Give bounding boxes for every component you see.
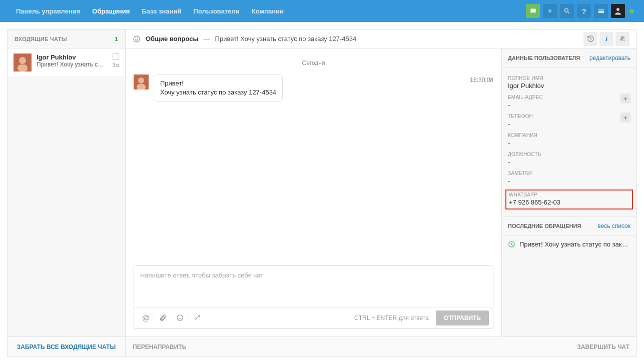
conversation-subject: Привет! Хочу узнать статус по заказу 127… xyxy=(215,35,357,42)
sidebar-title: ВХОДЯЩИЕ ЧАТЫ xyxy=(15,36,67,42)
chat-item-preview: Привет! Хочу узнать с… xyxy=(37,61,112,68)
field-position: ДОЛЖНОСТЬ - xyxy=(508,152,630,166)
whatsapp-icon xyxy=(508,240,515,248)
field-email: EMAIL-АДРЕС - + xyxy=(508,94,630,108)
puzzle-icon[interactable] xyxy=(615,32,629,46)
message-row: Привет! Хочу узнать статус по заказу 127… xyxy=(134,74,493,102)
svg-point-3 xyxy=(616,8,619,11)
history-icon[interactable] xyxy=(583,32,597,46)
field-label: EMAIL-АДРЕС xyxy=(508,94,620,100)
recent-tickets-header: ПОСЛЕДНИЕ ОБРАЩЕНИЯ весь список xyxy=(502,216,636,236)
nav-users[interactable]: Пользователи xyxy=(188,0,246,22)
add-email-button[interactable]: + xyxy=(620,94,630,104)
magic-icon[interactable] xyxy=(189,310,205,326)
field-company: КОМПАНИЯ - xyxy=(508,132,630,146)
conversation-panel: Общие вопросы — Привет! Хочу узнать стат… xyxy=(126,30,636,356)
field-label: ПОЛНОЕ ИМЯ xyxy=(508,76,630,81)
composer-hint: CTRL + ENTER для ответа xyxy=(354,314,429,322)
chat-item-name: Igor Pukhlov xyxy=(37,54,112,61)
field-value: - xyxy=(508,177,630,184)
field-fullname: ПОЛНОЕ ИМЯ Igor Pukhlov xyxy=(508,76,630,90)
attach-icon[interactable] xyxy=(155,310,171,326)
user-panel-header: ДАННЫЕ ПОЛЬЗОВАТЕЛЯ редактировать xyxy=(502,48,636,68)
add-icon[interactable] xyxy=(543,4,557,18)
recent-ticket-text: Привет! Хочу узнать статус по зака… xyxy=(519,240,630,248)
card-icon[interactable] xyxy=(594,4,608,18)
field-value: +7 926 865-62-03 xyxy=(509,198,629,206)
all-tickets-link[interactable]: весь список xyxy=(597,222,630,230)
svg-rect-10 xyxy=(137,84,146,90)
field-value: - xyxy=(508,120,620,128)
sidebar-count: 1 xyxy=(115,36,118,42)
forward-button[interactable]: ПЕРЕНАПРАВИТЬ xyxy=(133,344,186,350)
field-value: Igor Pukhlov xyxy=(508,82,630,90)
separator: — xyxy=(204,35,210,42)
mention-icon[interactable]: @ xyxy=(138,310,154,326)
edit-user-link[interactable]: редактировать xyxy=(589,54,630,62)
day-divider: Сегодня xyxy=(134,60,493,66)
top-nav: Панель управления Обращения База знаний … xyxy=(0,0,644,22)
chat-list-item[interactable]: Igor Pukhlov Привет! Хочу узнать с… 3м xyxy=(8,48,125,77)
recent-ticket-item[interactable]: Привет! Хочу узнать статус по зака… xyxy=(502,236,636,253)
message-time: 16:30:08 xyxy=(470,74,493,84)
recent-tickets-title: ПОСЛЕДНИЕ ОБРАЩЕНИЯ xyxy=(508,223,581,229)
message-avatar xyxy=(134,74,149,90)
message-line: Привет! xyxy=(160,79,276,88)
svg-point-5 xyxy=(19,57,26,64)
nav-dashboard[interactable]: Панель управления xyxy=(10,0,86,22)
sidebar-header: ВХОДЯЩИЕ ЧАТЫ 1 xyxy=(8,30,125,48)
user-panel: ДАННЫЕ ПОЛЬЗОВАТЕЛЯ редактировать ПОЛНОЕ… xyxy=(501,48,636,336)
field-label: ЗАМЕТКИ xyxy=(508,170,630,176)
nav-knowledge[interactable]: База знаний xyxy=(136,0,187,22)
svg-rect-6 xyxy=(18,64,28,72)
search-icon[interactable] xyxy=(560,4,574,18)
send-button[interactable]: ОТПРАВИТЬ xyxy=(436,310,489,326)
svg-rect-1 xyxy=(598,9,603,13)
user-avatar[interactable] xyxy=(611,4,625,18)
chat-avatar xyxy=(14,54,32,72)
composer: @ CTRL + ENTER для ответа xyxy=(134,265,493,328)
reply-input[interactable] xyxy=(134,266,493,306)
nav-tickets[interactable]: Обращения xyxy=(86,0,136,22)
chat-item-time: 3м xyxy=(112,62,119,68)
field-notes: ЗАМЕТКИ - xyxy=(508,170,630,184)
svg-point-7 xyxy=(134,36,140,42)
chat-item-checkbox[interactable] xyxy=(113,54,119,60)
svg-point-9 xyxy=(138,78,144,84)
svg-point-11 xyxy=(177,315,183,320)
field-value: - xyxy=(508,139,630,146)
presence-indicator xyxy=(629,9,634,14)
chats-sidebar: ВХОДЯЩИЕ ЧАТЫ 1 Igor Pukhlov Привет! Хоч… xyxy=(8,30,126,356)
chat-icon[interactable] xyxy=(526,4,540,18)
nav-companies[interactable]: Компании xyxy=(246,0,290,22)
field-phone: ТЕЛЕФОН - + xyxy=(508,114,630,128)
field-value: - xyxy=(508,158,630,166)
queue-name: Общие вопросы xyxy=(146,35,199,42)
field-whatsapp: WHATSAPP +7 926 865-62-03 xyxy=(505,190,633,210)
svg-point-0 xyxy=(564,8,568,12)
conversation-header: Общие вопросы — Привет! Хочу узнать стат… xyxy=(126,30,636,48)
field-value: - xyxy=(508,101,620,108)
take-all-chats-button[interactable]: ЗАБРАТЬ ВСЕ ВХОДЯЩИЕ ЧАТЫ xyxy=(8,336,125,356)
help-icon[interactable]: ? xyxy=(577,4,591,18)
field-label: ДОЛЖНОСТЬ xyxy=(508,152,630,157)
whatsapp-icon xyxy=(133,35,141,43)
field-label: ТЕЛЕФОН xyxy=(508,114,620,119)
message-thread: Сегодня Привет! Хочу узнать статус по за… xyxy=(126,48,501,336)
field-label: WHATSAPP xyxy=(509,192,629,198)
field-label: КОМПАНИЯ xyxy=(508,132,630,138)
message-line: Хочу узнать статус по заказу 127-4534 xyxy=(160,88,276,97)
svg-rect-2 xyxy=(598,10,603,10)
info-icon[interactable]: i xyxy=(599,32,613,46)
end-chat-button[interactable]: ЗАВЕРШИТЬ ЧАТ xyxy=(577,344,629,350)
add-phone-button[interactable]: + xyxy=(620,112,630,122)
emoji-icon[interactable] xyxy=(172,310,188,326)
conversation-footer: ПЕРЕНАПРАВИТЬ ЗАВЕРШИТЬ ЧАТ xyxy=(126,336,636,356)
user-panel-title: ДАННЫЕ ПОЛЬЗОВАТЕЛЯ xyxy=(508,55,580,61)
message-bubble: Привет! Хочу узнать статус по заказу 127… xyxy=(154,74,283,102)
